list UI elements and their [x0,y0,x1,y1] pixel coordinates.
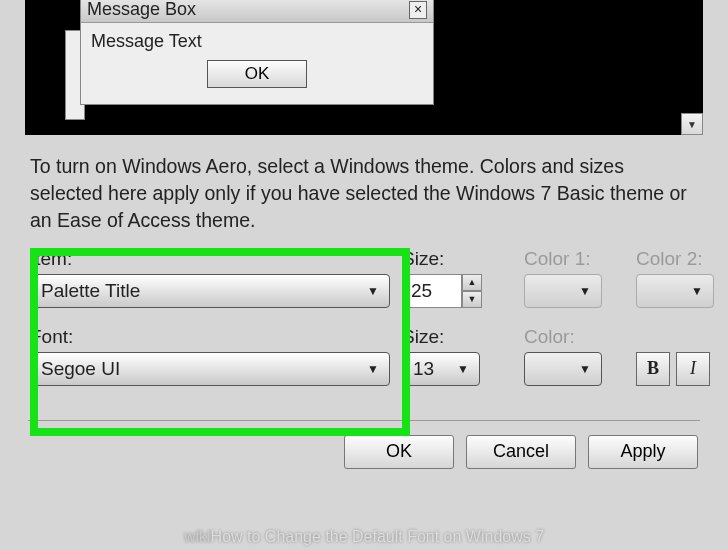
scroll-down-icon[interactable]: ▼ [681,113,703,135]
bold-button[interactable]: B [636,352,670,386]
size2-label: Size: [402,326,512,348]
message-box-ok-button[interactable]: OK [207,60,307,88]
preview-area: Message Box × Message Text OK ▼ [25,0,703,135]
color1-dropdown[interactable]: ▼ [524,274,602,308]
ok-button[interactable]: OK [344,435,454,469]
message-text: Message Text [91,31,423,52]
chevron-down-icon: ▼ [579,284,591,298]
font-size-dropdown[interactable]: 13 ▼ [402,352,480,386]
spinner-up-icon[interactable]: ▲ [462,274,482,291]
font-size-value: 13 [413,358,434,380]
chevron-down-icon: ▼ [579,362,591,376]
message-box-body: Message Text OK [81,23,433,104]
font-color-dropdown[interactable]: ▼ [524,352,602,386]
chevron-down-icon: ▼ [457,362,469,376]
chevron-down-icon: ▼ [367,284,379,298]
item-size-value[interactable]: 25 [402,274,462,308]
item-size-spinner[interactable]: 25 ▲ ▼ [402,274,512,308]
message-box-preview: Message Box × Message Text OK [80,0,434,105]
spacer [636,326,728,348]
italic-button[interactable]: I [676,352,710,386]
dialog-button-row: OK Cancel Apply [30,435,698,469]
instructions-text: To turn on Windows Aero, select a Window… [30,153,698,234]
separator [28,420,700,421]
color2-dropdown[interactable]: ▼ [636,274,714,308]
cancel-button[interactable]: Cancel [466,435,576,469]
watermark: wikiHow to Change the Default Font on Wi… [184,528,544,546]
font-color-label: Color: [524,326,624,348]
font-value: Segoe UI [41,358,120,380]
chevron-down-icon: ▼ [691,284,703,298]
item-value: Palette Title [41,280,140,302]
message-box-title: Message Box [87,0,196,20]
message-box-titlebar: Message Box × [81,0,433,23]
spinner-down-icon[interactable]: ▼ [462,291,482,308]
close-icon[interactable]: × [409,1,427,19]
color2-label: Color 2: [636,248,728,270]
color1-label: Color 1: [524,248,624,270]
apply-button[interactable]: Apply [588,435,698,469]
item-label: Item: [30,248,390,270]
chevron-down-icon: ▼ [367,362,379,376]
font-label: Font: [30,326,390,348]
item-dropdown[interactable]: Palette Title ▼ [30,274,390,308]
font-dropdown[interactable]: Segoe UI ▼ [30,352,390,386]
size1-label: Size: [402,248,512,270]
